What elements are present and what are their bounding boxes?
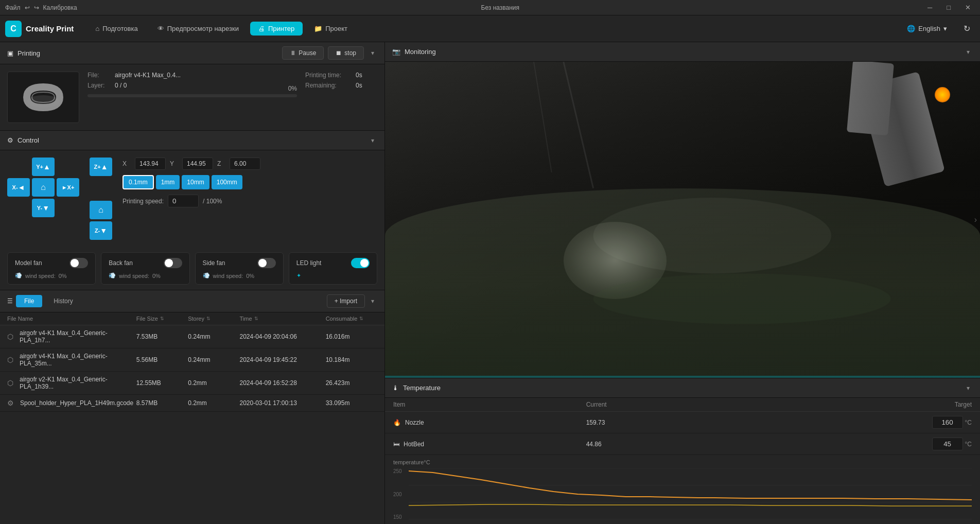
- hotbed-target: °C: [779, 438, 972, 450]
- temperature-title: 🌡 Temperature: [392, 384, 441, 392]
- title-bar-arrow-undo[interactable]: ↩: [25, 4, 30, 11]
- speed-input[interactable]: [168, 195, 199, 207]
- logo-icon: C: [5, 21, 22, 37]
- nav-printer[interactable]: 🖨 Принтер: [250, 22, 303, 36]
- nav-prepare[interactable]: ⌂ Подготовка: [87, 22, 146, 36]
- table-row[interactable]: ⬡ airgofr v2-K1 Max_0.4_Generic-PLA_1h39…: [0, 372, 384, 395]
- file-collapse[interactable]: ▾: [368, 296, 377, 306]
- camera-scroll[interactable]: ›: [974, 215, 977, 224]
- y-plus-button[interactable]: Y+▲: [32, 158, 55, 176]
- chart-label: temperature°C: [393, 459, 972, 465]
- chevron-down-icon: ▾: [943, 25, 947, 32]
- back-fan-toggle[interactable]: [164, 258, 182, 268]
- maximize-button[interactable]: □: [942, 3, 955, 12]
- coord-panel: X 143.94 Y 144.95 Z 6.00 0.1mm 1mm 10mm …: [122, 158, 377, 240]
- file-tab-history[interactable]: History: [45, 295, 81, 307]
- model-fan-speed: 💨 wind speed: 0%: [15, 272, 88, 279]
- led-toggle[interactable]: [351, 258, 370, 268]
- printing-collapse[interactable]: ▾: [368, 48, 377, 58]
- svg-point-1: [593, 273, 891, 324]
- monitoring-collapse[interactable]: ▾: [964, 47, 973, 57]
- table-row[interactable]: ⬡ airgofr v4-K1 Max_0.4_Generic-PLA_35m.…: [0, 348, 384, 372]
- refresh-button[interactable]: ↻: [958, 21, 975, 37]
- step-1mm[interactable]: 1mm: [156, 175, 180, 189]
- sort-consumable-icon[interactable]: ⇅: [359, 316, 363, 321]
- z-minus-button[interactable]: Z-▼: [90, 221, 112, 240]
- fan-icon-0: 💨: [15, 272, 22, 279]
- z-home-button[interactable]: ⌂: [90, 201, 112, 219]
- file-time-0: 2024-04-09 20:04:06: [239, 333, 296, 340]
- progress-label: 0%: [288, 85, 297, 92]
- led-label: LED light: [296, 259, 322, 267]
- hotbed-target-input[interactable]: [932, 438, 963, 450]
- x-minus-button[interactable]: X- ◄: [7, 178, 30, 197]
- step-buttons: 0.1mm 1mm 10mm 100mm: [122, 175, 377, 189]
- table-row[interactable]: ⬡ airgofr v4-K1 Max_0.4_Generic-PLA_1h7.…: [0, 325, 384, 348]
- file-time-1: 2024-04-09 19:45:22: [239, 356, 296, 363]
- step-10mm[interactable]: 10mm: [182, 175, 209, 189]
- temperature-section: 🌡 Temperature ▾ Item Current Target 🔥 No…: [385, 378, 980, 524]
- svg-point-4: [593, 198, 831, 273]
- print-stats: Printing time: 0s Remaining: 0s: [305, 72, 377, 92]
- file-size-0: 7.53MB: [136, 333, 157, 340]
- sort-storey-icon[interactable]: ⇅: [206, 316, 211, 321]
- temp-col-item-label: Item: [393, 401, 586, 408]
- file-time-2: 2024-04-09 16:52:28: [239, 379, 296, 387]
- hotbed-name: HotBed: [404, 441, 424, 448]
- step-0.1mm[interactable]: 0.1mm: [122, 175, 154, 189]
- control-header: ⚙ Control ▾: [0, 131, 384, 150]
- back-fan-speed-value: 0%: [152, 273, 161, 279]
- file-tab-file[interactable]: File: [16, 295, 42, 307]
- z-plus-button[interactable]: Z+▲: [90, 158, 112, 176]
- file-name: airgofr v4-K1 Max_0.4...: [115, 72, 181, 79]
- file-consumable-cell-2: 26.423m: [326, 379, 377, 387]
- y-minus-button[interactable]: Y-▼: [32, 199, 55, 217]
- sort-time-icon[interactable]: ⇅: [254, 316, 258, 321]
- monitoring-title-text: Monitoring: [405, 48, 436, 56]
- nav-printer-label: Принтер: [268, 25, 294, 32]
- nav-preview[interactable]: 👁 Предпросмотр нарезки: [149, 22, 247, 36]
- temperature-chart: temperature°C 250 200 150: [385, 455, 980, 524]
- nav-project[interactable]: 📁 Проект: [306, 22, 356, 36]
- progress-container: 0%: [87, 94, 297, 97]
- side-fan-card: Side fan 💨 wind speed: 0%: [195, 252, 284, 285]
- side-fan-toggle[interactable]: [257, 258, 276, 268]
- print-info: File: airgofr v4-K1 Max_0.4... Layer: 0 …: [87, 72, 297, 97]
- control-collapse[interactable]: ▾: [368, 136, 377, 145]
- sort-size-icon[interactable]: ⇅: [160, 316, 164, 321]
- y-coord-label: Y: [170, 160, 178, 167]
- model-fan-toggle[interactable]: [69, 258, 88, 268]
- svg-line-2: [564, 62, 593, 188]
- minimize-button[interactable]: ─: [923, 3, 936, 12]
- file-consumable-1: 10.184m: [326, 356, 350, 363]
- nozzle-target-input[interactable]: [932, 416, 963, 429]
- x-plus-button[interactable]: ►X+: [57, 178, 79, 197]
- temp-icon: 🌡: [392, 384, 399, 392]
- window-title: Без названия: [481, 4, 520, 11]
- col-header-consumable: Consumable ⇅: [326, 316, 377, 322]
- table-row[interactable]: ⚙ Spool_holder_Hyper_PLA_1H49m.gcode 8.5…: [0, 395, 384, 412]
- xy-home-button[interactable]: ⌂: [32, 178, 55, 197]
- close-button[interactable]: ✕: [961, 3, 975, 12]
- import-button[interactable]: + Import: [327, 294, 365, 308]
- z-row-bot: Z-▼: [90, 221, 112, 240]
- stop-button[interactable]: ⏹ stop: [328, 46, 364, 60]
- step-100mm[interactable]: 100mm: [212, 175, 242, 189]
- pause-button[interactable]: ⏸ Pause: [282, 46, 324, 60]
- window-controls: ─ □ ✕: [923, 3, 975, 12]
- model-thumbnail: [7, 72, 79, 123]
- col-header-size: File Size ⇅: [136, 316, 188, 322]
- temperature-collapse[interactable]: ▾: [964, 383, 973, 393]
- remaining-value: 0s: [356, 82, 362, 89]
- file-label: File:: [87, 72, 111, 79]
- file-icon-0: ⬡: [7, 333, 13, 341]
- language-button[interactable]: 🌐 English ▾: [901, 22, 953, 36]
- model-fan-speed-value: 0%: [59, 273, 67, 279]
- file-tabs: File History: [16, 295, 81, 307]
- layer-label: Layer:: [87, 82, 111, 89]
- title-bar-arrow-redo[interactable]: ↪: [34, 4, 39, 11]
- hotbed-item: 🛏 HotBed: [393, 441, 586, 448]
- xy-control: Y+▲ X- ◄ ⌂ ►X+: [7, 158, 79, 240]
- back-fan-label: Back fan: [109, 259, 133, 267]
- file-menu[interactable]: Файл: [5, 4, 21, 11]
